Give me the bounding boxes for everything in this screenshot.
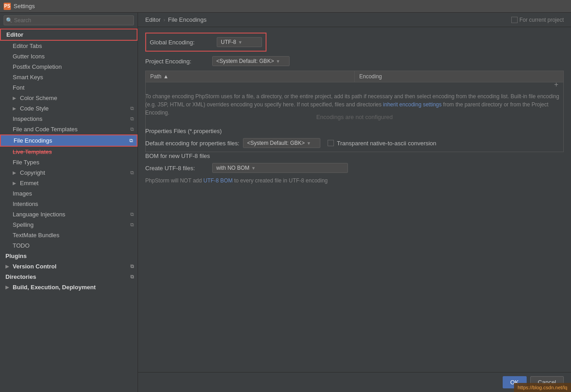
bottom-bar: OK Cancel [138, 372, 571, 392]
project-encoding-dropdown[interactable]: <System Default: GBK> ▼ [212, 56, 290, 66]
table-empty-message: Encodings are not configured [316, 114, 393, 120]
checkbox-project[interactable] [511, 17, 518, 23]
sidebar-item-spelling[interactable]: Spelling ⧉ [0, 220, 138, 230]
create-utf8-label: Create UTF-8 files: [145, 165, 209, 172]
arrow-icon: ▶ [13, 170, 18, 175]
sidebar-item-file-encodings-label: File Encodings [14, 137, 52, 144]
sidebar-item-images[interactable]: Images [0, 188, 138, 199]
global-encoding-value: UTF-8 [221, 39, 236, 45]
sidebar-item-copyright[interactable]: ▶ Copyright ⧉ [0, 167, 138, 178]
sidebar: 🔍 Editor Editor Tabs Gutter Icons Postfi… [0, 13, 138, 392]
sidebar-item-editor-tabs-label: Editor Tabs [13, 43, 42, 49]
sidebar-item-todo[interactable]: TODO [0, 240, 138, 251]
chevron-down-icon: ▼ [276, 59, 280, 64]
sidebar-item-editor-label: Editor [6, 31, 24, 38]
sidebar-item-textmate-bundles-label: TextMate Bundles [13, 232, 59, 239]
global-encoding-dropdown[interactable]: UTF-8 ▼ [217, 37, 262, 47]
copy-icon: ⧉ [130, 263, 134, 269]
table-col-path: Path ▲ [146, 71, 355, 82]
sidebar-item-postfix-completion[interactable]: Postfix Completion [0, 62, 138, 72]
sidebar-item-file-types[interactable]: File Types [0, 157, 138, 167]
table-header: Path ▲ Encoding [146, 71, 563, 82]
breadcrumb-parent: Editor [145, 16, 161, 23]
copy-icon: ⧉ [130, 211, 134, 217]
sidebar-item-textmate-bundles[interactable]: TextMate Bundles [0, 230, 138, 240]
sidebar-item-inspections-label: Inspections [13, 115, 43, 122]
search-bar: 🔍 [0, 13, 138, 29]
path-header: Path [150, 73, 162, 80]
project-encoding-value: <System Default: GBK> [216, 58, 274, 64]
arrow-icon: ▶ [5, 285, 11, 290]
sidebar-item-live-templates-label: Live Templates [13, 148, 52, 155]
sidebar-item-editor-tabs[interactable]: Editor Tabs [0, 41, 138, 51]
sidebar-item-emmet-label: Emmet [20, 180, 38, 186]
sidebar-item-gutter-icons-label: Gutter Icons [13, 53, 45, 60]
content-body: Global Encoding: UTF-8 ▼ Project Encodin… [138, 27, 571, 372]
sidebar-item-font[interactable]: Font [0, 82, 138, 93]
sidebar-item-code-style[interactable]: ▶ Code Style ⧉ [0, 103, 138, 114]
table-col-encoding: Encoding [355, 71, 563, 82]
search-wrapper: 🔍 [4, 15, 134, 25]
sidebar-item-emmet[interactable]: ▶ Emmet [0, 178, 138, 188]
copy-icon: ⧉ [130, 222, 134, 228]
arrow-icon: ▶ [13, 181, 18, 186]
breadcrumb-separator: › [163, 16, 165, 23]
content-area: Editor › File Encodings For current proj… [138, 13, 571, 392]
for-current-project: For current project [511, 17, 564, 23]
copy-icon: ⧉ [130, 170, 134, 176]
app-icon: PS [4, 3, 11, 10]
chevron-down-icon: ▼ [307, 141, 311, 146]
chevron-down-icon: ▼ [251, 166, 256, 171]
sidebar-item-file-code-templates[interactable]: File and Code Templates ⧉ [0, 124, 138, 134]
sidebar-item-live-templates[interactable]: Live Templates [0, 147, 138, 157]
global-encoding-box: Global Encoding: UTF-8 ▼ [145, 33, 266, 52]
default-encoding-dropdown[interactable]: <System Default: GBK> ▼ [243, 138, 320, 148]
sidebar-item-file-types-label: File Types [13, 159, 39, 166]
global-encoding-label: Global Encoding: [150, 39, 213, 46]
sidebar-item-version-control[interactable]: ▶ Version Control ⧉ [0, 261, 138, 272]
title-bar: PS Settings [0, 0, 571, 13]
sidebar-item-copyright-label: Copyright [20, 169, 45, 176]
sidebar-item-directories[interactable]: Directories ⧉ [0, 272, 138, 282]
copy-icon: ⧉ [130, 116, 134, 122]
project-encoding-label: Project Encoding: [145, 58, 209, 65]
sidebar-item-directories-label: Directories [5, 273, 36, 280]
sidebar-item-color-scheme[interactable]: ▶ Color Scheme [0, 93, 138, 103]
search-input[interactable] [4, 15, 134, 25]
sidebar-item-build-execution[interactable]: ▶ Build, Execution, Deployment [0, 282, 138, 292]
sidebar-item-version-control-label: Version Control [13, 263, 57, 270]
sidebar-item-todo-label: TODO [13, 242, 29, 249]
sidebar-item-font-label: Font [13, 84, 24, 91]
sidebar-item-build-execution-label: Build, Execution, Deployment [13, 284, 95, 291]
sidebar-item-postfix-completion-label: Postfix Completion [13, 63, 62, 70]
arrow-icon: ▶ [13, 96, 18, 100]
sort-icon[interactable]: ▲ [163, 73, 169, 80]
search-icon: 🔍 [6, 17, 13, 24]
create-utf8-value: with NO BOM [216, 165, 249, 171]
copy-icon: ⧉ [130, 105, 134, 111]
sidebar-item-intentions-label: Intentions [13, 201, 38, 207]
window-title: Settings [14, 3, 35, 10]
sidebar-item-language-injections-label: Language Injections [13, 211, 65, 218]
sidebar-item-file-code-templates-label: File and Code Templates [13, 126, 78, 133]
encoding-header: Encoding [359, 73, 382, 80]
sidebar-item-smart-keys-label: Smart Keys [13, 74, 43, 81]
sidebar-item-intentions[interactable]: Intentions [0, 199, 138, 209]
utf8-bom-link[interactable]: UTF-8 BOM [204, 177, 233, 184]
for-current-project-label: For current project [519, 17, 564, 23]
chevron-down-icon: ▼ [238, 40, 243, 45]
content-header: Editor › File Encodings For current proj… [138, 13, 571, 27]
bom-section-title: BOM for new UTF-8 files [145, 153, 564, 159]
table-body: Encodings are not configured [146, 82, 563, 152]
sidebar-item-gutter-icons[interactable]: Gutter Icons [0, 51, 138, 62]
sidebar-item-plugins-label: Plugins [5, 253, 27, 259]
sidebar-item-inspections[interactable]: Inspections ⧉ [0, 114, 138, 124]
sidebar-item-file-encodings[interactable]: File Encodings ⧉ [0, 134, 138, 147]
sidebar-item-editor[interactable]: Editor [0, 29, 138, 41]
add-encoding-button[interactable]: + [554, 81, 558, 89]
sidebar-item-smart-keys[interactable]: Smart Keys [0, 72, 138, 82]
sidebar-item-plugins[interactable]: Plugins [0, 251, 138, 261]
create-utf8-dropdown[interactable]: with NO BOM ▼ [212, 163, 348, 173]
sidebar-item-language-injections[interactable]: Language Injections ⧉ [0, 209, 138, 220]
table-wrapper: Path ▲ Encoding Encodings are not config… [145, 71, 564, 89]
